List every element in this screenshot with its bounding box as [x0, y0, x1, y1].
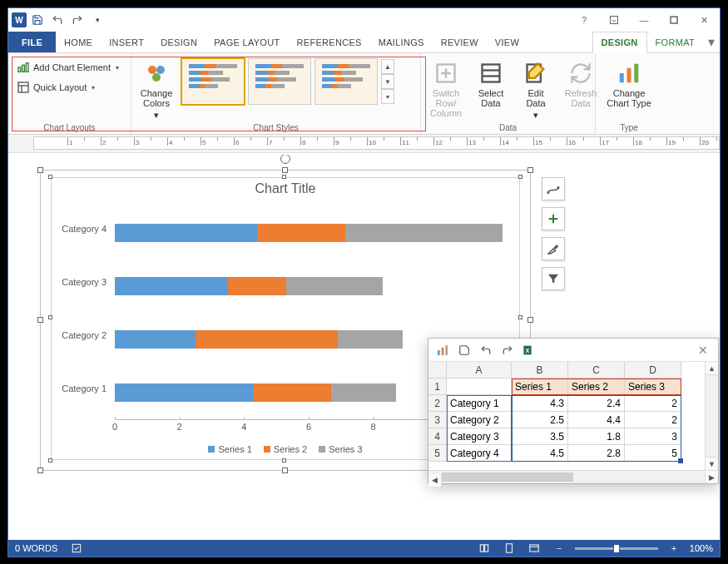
col-header[interactable]: D	[625, 362, 681, 378]
chart-styles-icon[interactable]	[542, 237, 565, 260]
switch-row-column-button[interactable]: Switch Row/ Column	[426, 58, 466, 120]
plot-handle[interactable]	[48, 458, 52, 463]
row-header[interactable]: 1	[428, 378, 447, 395]
bar-segment[interactable]	[257, 224, 345, 242]
category-cell[interactable]: Category 2	[447, 412, 512, 428]
select-data-button[interactable]: Select Data	[471, 58, 511, 110]
bar-segment[interactable]	[228, 277, 286, 295]
category-cell[interactable]: Category 4	[447, 445, 512, 462]
layout-options-icon[interactable]	[542, 177, 565, 200]
plot-handle[interactable]	[282, 175, 286, 179]
zoom-slider[interactable]	[575, 547, 658, 550]
bar-segment[interactable]	[331, 383, 396, 402]
chart-style-thumb-2[interactable]	[248, 58, 311, 105]
bar-segment[interactable]	[115, 224, 257, 242]
category-cell[interactable]: Category 3	[447, 428, 512, 445]
web-layout-icon[interactable]	[525, 540, 543, 557]
bar-segment[interactable]	[115, 277, 228, 295]
data-cell[interactable]: 2	[625, 412, 681, 428]
data-grid[interactable]: ABCD12345Series 1Series 2Series 3Categor…	[428, 362, 705, 470]
series-header-cell[interactable]: Series 2	[568, 378, 625, 395]
category-cell[interactable]: Category 1	[447, 395, 512, 412]
mini-save-icon[interactable]	[455, 341, 473, 359]
col-header[interactable]: B	[512, 362, 568, 378]
qat-customize-icon[interactable]: ▾	[88, 11, 106, 29]
series-header-cell[interactable]: Series 3	[625, 378, 681, 395]
data-cell[interactable]: 5	[625, 445, 681, 462]
bar-segment[interactable]	[196, 330, 338, 349]
data-cell[interactable]: 1.8	[568, 428, 625, 445]
data-cell[interactable]: 4.4	[568, 412, 625, 428]
close-icon[interactable]: ✕	[691, 11, 716, 29]
resize-handle-s[interactable]	[282, 468, 288, 473]
col-header[interactable]: A	[447, 362, 512, 378]
plot-handle[interactable]	[282, 458, 286, 463]
mini-scrollbar-horizontal[interactable]: ◀▶	[428, 470, 718, 483]
change-chart-type-button[interactable]: Change Chart Type	[603, 58, 655, 110]
bar-segment[interactable]	[115, 330, 196, 349]
gallery-down-icon[interactable]: ▼	[381, 74, 394, 89]
grid-select-all[interactable]	[428, 362, 447, 378]
redo-icon[interactable]	[68, 11, 87, 29]
horizontal-ruler[interactable]: 1234567891011121314151617181920	[33, 136, 720, 150]
undo-icon[interactable]	[48, 11, 67, 29]
quick-layout-button[interactable]: Quick Layout▾	[13, 78, 122, 96]
chart-elements-icon[interactable]	[542, 207, 565, 230]
resize-handle-ne[interactable]	[527, 167, 533, 173]
resize-handle-e[interactable]	[527, 317, 533, 323]
read-mode-icon[interactable]	[475, 540, 493, 557]
mini-close-icon[interactable]: ✕	[693, 344, 713, 357]
plot-handle[interactable]	[48, 175, 52, 179]
zoom-slider-knob[interactable]	[613, 544, 620, 553]
refresh-data-button[interactable]: Refresh Data	[561, 58, 601, 110]
bar-segment[interactable]	[338, 330, 403, 349]
tab-references[interactable]: REFERENCES	[289, 32, 370, 52]
resize-handle-nw[interactable]	[37, 167, 43, 173]
mini-excel-icon[interactable]: X	[520, 341, 538, 359]
add-chart-element-button[interactable]: Add Chart Element▾	[13, 58, 122, 77]
series-header-cell[interactable]: Series 1	[512, 378, 568, 395]
proofing-icon[interactable]	[67, 540, 86, 557]
mini-redo-icon[interactable]	[498, 341, 517, 359]
scroll-up-icon[interactable]: ▲	[706, 362, 718, 375]
data-cell[interactable]: 4.5	[512, 445, 568, 462]
bar-segment[interactable]	[286, 277, 384, 295]
data-cell[interactable]: 2.5	[512, 412, 568, 428]
tab-chart-design[interactable]: DESIGN	[592, 32, 647, 53]
scroll-down-icon[interactable]: ▼	[706, 457, 718, 470]
document-area[interactable]: Chart Title 0246810 Series 1 Series 2 Se…	[8, 155, 720, 540]
chart-style-thumb-1[interactable]	[181, 58, 245, 105]
tab-file[interactable]: FILE	[8, 32, 56, 52]
resize-handle-sw[interactable]	[37, 468, 43, 473]
chart-style-thumb-3[interactable]	[314, 58, 378, 105]
tab-insert[interactable]: INSERT	[101, 32, 152, 52]
chart-title[interactable]: Chart Title	[52, 181, 519, 196]
bar-segment[interactable]	[345, 224, 503, 242]
print-layout-icon[interactable]	[500, 540, 518, 557]
row-header[interactable]: 3	[428, 412, 447, 428]
chart-filters-icon[interactable]	[542, 267, 565, 290]
scroll-right-icon[interactable]: ▶	[705, 471, 718, 483]
bar-segment[interactable]	[254, 383, 331, 402]
plot-handle[interactable]	[518, 315, 522, 319]
word-count[interactable]: 0 WORDS	[15, 543, 57, 553]
gallery-up-icon[interactable]: ▲	[381, 59, 394, 74]
resize-handle-w[interactable]	[37, 317, 43, 323]
chart-data-window[interactable]: X ✕ ABCD12345Series 1Series 2Series 3Cat…	[428, 338, 719, 484]
minimize-icon[interactable]: —	[631, 11, 656, 29]
grid-cell[interactable]	[447, 378, 512, 395]
tab-page-layout[interactable]: PAGE LAYOUT	[206, 32, 288, 52]
rotate-handle[interactable]	[280, 155, 290, 164]
tab-home[interactable]: HOME	[56, 32, 101, 52]
scroll-left-icon[interactable]: ◀	[428, 474, 442, 487]
plot-handle[interactable]	[518, 175, 522, 179]
col-header[interactable]: C	[568, 362, 625, 378]
resize-handle-n[interactable]	[282, 167, 288, 173]
data-cell[interactable]: 4.3	[512, 395, 568, 412]
tab-mailings[interactable]: MAILINGS	[370, 32, 433, 52]
tab-chart-format[interactable]: FORMAT	[647, 32, 703, 52]
ribbon-options-icon[interactable]	[602, 11, 626, 29]
zoom-out-icon[interactable]: −	[550, 540, 568, 557]
mini-undo-icon[interactable]	[477, 341, 495, 359]
plot-handle[interactable]	[48, 315, 52, 319]
